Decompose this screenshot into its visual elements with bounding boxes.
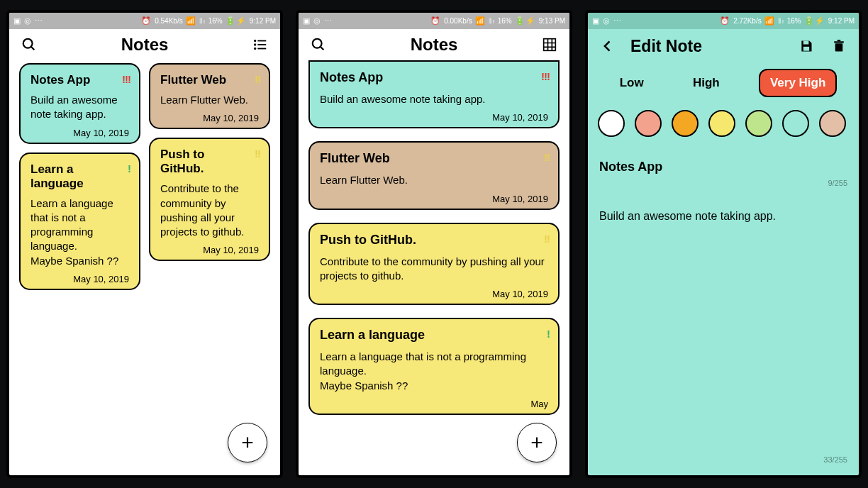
- note-body-input[interactable]: Build an awesome note taking app.: [599, 209, 847, 224]
- priority-mark-icon: !!!: [541, 70, 550, 82]
- phone-grid-view: ▣ ◎ ⋯ ⏰ 0.54Kb/s 📶 ⫴ₗ 16% 🔋⚡ 9:12 PM Not…: [6, 10, 283, 478]
- note-title: Flutter Web: [320, 151, 548, 166]
- note-body: Contribute to the community by pushing a…: [320, 255, 548, 284]
- note-card[interactable]: ! Learn a language Learn a language that…: [19, 152, 140, 290]
- priority-mark-icon: !!!: [122, 73, 130, 85]
- svg-rect-17: [835, 43, 843, 51]
- svg-rect-19: [838, 40, 841, 41]
- status-data-rate: 2.72Kb/s: [733, 17, 761, 25]
- svg-point-6: [254, 48, 256, 50]
- color-swatch-white[interactable]: [598, 110, 625, 137]
- plus-icon: +: [241, 431, 254, 455]
- color-swatch-tan[interactable]: [819, 110, 846, 137]
- edit-fields: Notes App 9/255 Build an awesome note ta…: [588, 144, 859, 475]
- body-char-count: 33/255: [823, 455, 847, 464]
- status-left-icons: ▣ ◎ ⋯: [592, 16, 622, 26]
- note-date: May: [320, 399, 548, 409]
- status-battery-pct: 16%: [208, 17, 223, 25]
- status-battery-pct: 16%: [498, 17, 512, 25]
- status-time: 9:13 PM: [539, 17, 565, 25]
- status-alarm-icon: ⏰: [720, 16, 730, 26]
- priority-mark-icon: !!: [255, 73, 260, 85]
- note-body: Learn Flutter Web.: [320, 173, 548, 187]
- color-swatch-green[interactable]: [745, 110, 772, 137]
- note-body: Learn a language that is not a programmi…: [320, 350, 548, 393]
- svg-line-9: [321, 47, 324, 50]
- svg-rect-10: [544, 39, 556, 51]
- status-battery-icon: 🔋⚡: [804, 16, 825, 26]
- note-card[interactable]: !! Flutter Web Learn Flutter Web. May 10…: [149, 63, 270, 129]
- note-title: Notes App: [320, 70, 548, 85]
- grid-view-icon[interactable]: [540, 35, 560, 55]
- app-bar: Edit Note: [588, 29, 859, 63]
- svg-point-0: [23, 39, 33, 48]
- note-date: May 10, 2019: [320, 194, 548, 204]
- note-body: Learn a language that is not a programmi…: [30, 196, 129, 268]
- status-signal-icon: 📶 ⫴ₗ: [475, 16, 495, 26]
- note-card[interactable]: ! Learn a language Learn a language that…: [308, 318, 560, 415]
- status-data-rate: 0.00Kb/s: [444, 17, 472, 25]
- note-title: Notes App: [30, 73, 129, 87]
- priority-mark-icon: !: [128, 162, 130, 174]
- search-icon[interactable]: [19, 35, 39, 55]
- status-time: 9:12 PM: [828, 17, 855, 25]
- status-bar: ▣ ◎ ⋯ ⏰ 0.54Kb/s 📶 ⫴ₗ 16% 🔋⚡ 9:12 PM: [9, 13, 280, 29]
- add-note-button[interactable]: +: [517, 423, 557, 462]
- status-left-icons: ▣ ◎ ⋯: [13, 16, 43, 26]
- page-title: Notes: [411, 35, 458, 55]
- svg-line-1: [31, 47, 35, 50]
- save-icon[interactable]: [796, 36, 816, 56]
- status-signal-icon: 📶 ⫴ₗ: [186, 16, 206, 26]
- status-alarm-icon: ⏰: [430, 16, 441, 26]
- priority-mark-icon: !: [547, 328, 550, 340]
- note-body: Contribute to the community by pushing a…: [160, 182, 259, 239]
- list-view-icon[interactable]: [250, 35, 270, 55]
- status-alarm-icon: ⏰: [141, 16, 152, 26]
- priority-mark-icon: !!: [255, 148, 260, 160]
- svg-rect-3: [257, 40, 266, 42]
- content-area: !!! Notes App Build an awesome note taki…: [299, 60, 569, 475]
- note-body: Build an awesome note taking app.: [320, 92, 548, 106]
- delete-icon[interactable]: [829, 36, 849, 56]
- status-bar: ▣ ◎ ⋯ ⏰ 0.00Kb/s 📶 ⫴ₗ 16% 🔋⚡ 9:13 PM: [299, 13, 569, 29]
- color-swatch-teal[interactable]: [782, 110, 809, 137]
- note-title: Learn a language: [320, 328, 548, 343]
- note-date: May 10, 2019: [320, 289, 548, 299]
- note-date: May 10, 2019: [30, 274, 129, 284]
- color-swatch-yellow[interactable]: [708, 110, 735, 137]
- status-battery-pct: 16%: [787, 17, 801, 25]
- add-note-button[interactable]: +: [228, 423, 267, 462]
- note-title: Push to GitHub.: [320, 233, 548, 248]
- priority-option-veryhigh[interactable]: Very High: [759, 69, 837, 97]
- svg-rect-16: [803, 47, 809, 51]
- note-title: Learn a language: [30, 162, 129, 191]
- color-swatch-salmon[interactable]: [635, 110, 662, 137]
- note-title: Push to GitHub.: [160, 148, 259, 176]
- status-data-rate: 0.54Kb/s: [155, 17, 182, 25]
- note-title-input[interactable]: Notes App: [599, 160, 847, 174]
- note-card[interactable]: !!! Notes App Build an awesome note taki…: [308, 60, 560, 128]
- priority-option-high[interactable]: High: [683, 70, 730, 96]
- note-card[interactable]: !! Push to GitHub. Contribute to the com…: [149, 138, 270, 261]
- phone-edit-view: ▣ ◎ ⋯ ⏰ 2.72Kb/s 📶 ⫴ₗ 16% 🔋⚡ 9:12 PM Edi…: [585, 10, 862, 478]
- app-bar: Notes: [9, 29, 280, 60]
- status-battery-icon: 🔋⚡: [515, 16, 536, 26]
- priority-option-low[interactable]: Low: [610, 70, 654, 96]
- title-char-count: 9/255: [599, 179, 847, 187]
- status-bar: ▣ ◎ ⋯ ⏰ 2.72Kb/s 📶 ⫴ₗ 16% 🔋⚡ 9:12 PM: [588, 13, 859, 29]
- note-card[interactable]: !! Push to GitHub. Contribute to the com…: [308, 223, 560, 306]
- color-swatch-orange[interactable]: [672, 110, 699, 137]
- note-card[interactable]: !! Flutter Web Learn Flutter Web. May 10…: [308, 141, 560, 209]
- status-left-icons: ▣ ◎ ⋯: [303, 16, 333, 26]
- note-date: May 10, 2019: [30, 128, 129, 138]
- page-title: Edit Note: [630, 37, 784, 56]
- priority-mark-icon: !!: [544, 151, 550, 163]
- svg-rect-18: [834, 41, 844, 43]
- note-body: Build an awesome note taking app.: [30, 93, 129, 122]
- note-title: Flutter Web: [160, 73, 259, 87]
- back-icon[interactable]: [598, 36, 618, 56]
- search-icon[interactable]: [308, 35, 328, 55]
- priority-mark-icon: !!: [544, 233, 550, 245]
- note-body: Learn Flutter Web.: [160, 93, 259, 107]
- note-card[interactable]: !!! Notes App Build an awesome note taki…: [19, 63, 140, 144]
